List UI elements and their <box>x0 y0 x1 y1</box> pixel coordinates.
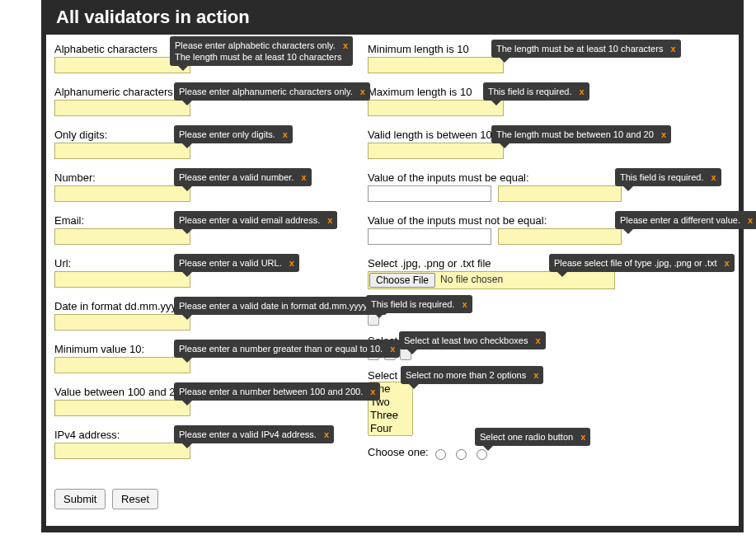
field-required: This field is required: This field is re… <box>368 298 730 328</box>
close-icon[interactable]: x <box>360 87 365 96</box>
tooltip-text: Please enter a valid date in format dd.m… <box>179 301 369 311</box>
field-diff: Value of the inputs must not be equal: P… <box>368 214 730 251</box>
field-checkboxes: Select Select at least two checkboxes x <box>368 335 730 363</box>
input-date[interactable] <box>54 314 190 331</box>
close-icon[interactable]: x <box>535 335 540 345</box>
tooltip-checkboxes: Select at least two checkboxes x <box>399 331 546 349</box>
field-rangelen: Valid length is between 10 and 20 The le… <box>368 129 730 165</box>
field-equal: Value of the inputs must be equal: This … <box>368 171 730 208</box>
tooltip-number: Please enter a valid number. x <box>174 168 312 186</box>
close-icon[interactable]: x <box>370 387 375 396</box>
option-four[interactable]: Four <box>369 422 412 435</box>
close-icon[interactable]: x <box>327 215 332 225</box>
tooltip-minvalue: Please enter a number greater than or eq… <box>174 340 400 358</box>
left-column: Alphabetic characters Please enter alpha… <box>54 43 368 477</box>
input-minlen[interactable] <box>368 57 504 73</box>
tooltip-text: Please enter alphanumeric characters onl… <box>179 87 353 96</box>
tooltip-radio: Select one radio button x <box>475 428 590 446</box>
tooltip-text: Please enter a valid IPv4 address. <box>179 429 317 439</box>
tooltip-text: The length must be at least 10 character… <box>496 44 663 54</box>
tooltip-text: This field is required. <box>488 87 572 96</box>
close-icon[interactable]: x <box>301 172 306 182</box>
tooltip-text: Please enter a number between 100 and 20… <box>179 387 363 396</box>
close-icon[interactable]: x <box>580 87 585 96</box>
right-column: Minimum length is 10 The length must be … <box>368 43 730 477</box>
tooltip-text: Please enter a valid email address. <box>179 215 320 225</box>
close-icon[interactable]: x <box>289 258 294 268</box>
tooltip-url: Please enter a valid URL. x <box>174 254 299 272</box>
field-ipv4: IPv4 address: Please enter a valid IPv4 … <box>54 429 368 465</box>
field-maxlen: Maximum length is 10 This field is requi… <box>368 86 730 122</box>
input-equal-a[interactable] <box>368 185 491 202</box>
field-radio: Choose one: Select one radio button x <box>368 446 730 471</box>
input-diff-a[interactable] <box>368 228 491 245</box>
tooltip-date: Please enter a valid date in format dd.m… <box>174 297 387 315</box>
reset-button[interactable]: Reset <box>112 489 158 509</box>
tooltip-text: Please enter a different value. <box>620 215 740 225</box>
input-number[interactable] <box>54 185 190 202</box>
input-diff-b[interactable] <box>498 228 622 245</box>
close-icon[interactable]: x <box>580 432 585 442</box>
tooltip-required: This field is required. x <box>366 295 472 313</box>
close-icon[interactable]: x <box>324 429 329 439</box>
close-icon[interactable]: x <box>725 258 730 268</box>
field-email: Email: Please enter a valid email addres… <box>54 214 368 251</box>
tooltip-alphanumeric: Please enter alphanumeric characters onl… <box>174 82 370 101</box>
option-three[interactable]: Three <box>369 409 412 422</box>
tooltip-diff: Please enter a different value. x <box>615 211 756 229</box>
close-icon[interactable]: x <box>390 344 395 354</box>
tooltip-text: Select one radio button <box>480 432 573 442</box>
tooltip-text: Please enter only digits. <box>179 129 275 139</box>
close-icon[interactable]: x <box>711 172 716 182</box>
tooltip-alphabetic: Please enter alphabetic characters only.… <box>170 36 353 66</box>
input-between[interactable] <box>54 400 190 416</box>
tooltip-text: Please enter a number greater than or eq… <box>179 344 383 354</box>
field-digits: Only digits: Please enter only digits. x <box>54 129 368 165</box>
close-icon[interactable]: x <box>283 129 288 139</box>
input-rangelen[interactable] <box>368 143 504 159</box>
tooltip-text-2: The length must be at least 10 character… <box>175 52 341 62</box>
tooltip-text: Please enter a valid URL. <box>179 258 282 268</box>
no-file-chosen-text: No file chosen <box>436 272 507 288</box>
close-icon[interactable]: x <box>661 129 666 139</box>
input-maxlen[interactable] <box>368 100 504 116</box>
close-icon[interactable]: x <box>343 40 348 50</box>
submit-button[interactable]: Submit <box>54 489 106 509</box>
input-url[interactable] <box>54 271 190 288</box>
tooltip-file: Please select file of type .jpg, .png or… <box>549 254 735 272</box>
file-input[interactable]: Choose File No file chosen <box>368 271 615 289</box>
tooltip-multiselect: Select no more than 2 options x <box>401 366 543 384</box>
choose-file-button[interactable]: Choose File <box>369 273 435 288</box>
radio-1[interactable] <box>435 449 446 460</box>
field-number: Number: Please enter a valid number. x <box>54 171 368 208</box>
button-row: Submit Reset <box>54 489 739 509</box>
tooltip-minlen: The length must be at least 10 character… <box>491 40 681 58</box>
tooltip-ipv4: Please enter a valid IPv4 address. x <box>174 425 334 443</box>
close-icon[interactable]: x <box>463 299 467 309</box>
close-icon[interactable]: x <box>670 44 675 54</box>
input-equal-b[interactable] <box>498 185 622 202</box>
tooltip-text: Please enter a valid number. <box>179 172 293 182</box>
field-date: Date in format dd.mm.yyyy Please enter a… <box>54 300 368 336</box>
label-multiselect: Select <box>368 369 397 382</box>
close-icon[interactable]: x <box>533 370 538 380</box>
tooltip-text: Please select file of type .jpg, .png or… <box>554 258 717 268</box>
field-file: Select .jpg, .png or .txt file Choose Fi… <box>368 257 730 292</box>
input-email[interactable] <box>54 228 190 245</box>
page-title: All validators in action <box>41 0 744 35</box>
tooltip-text: Select no more than 2 options <box>406 370 526 380</box>
tooltip-digits: Please enter only digits. x <box>174 125 293 143</box>
label-radio: Choose one: <box>368 446 429 458</box>
input-ipv4[interactable] <box>54 443 190 459</box>
field-alphanumeric: Alphanumeric characters Please enter alp… <box>54 86 368 122</box>
input-digits[interactable] <box>54 143 190 159</box>
tooltip-text: The length must be between 10 and 20 <box>496 129 654 139</box>
tooltip-maxlen: This field is required. x <box>483 82 589 101</box>
close-icon[interactable]: x <box>748 215 753 225</box>
tooltip-between: Please enter a number between 100 and 20… <box>174 382 380 401</box>
tooltip-text: This field is required. <box>620 172 704 182</box>
radio-2[interactable] <box>456 449 467 460</box>
input-minvalue[interactable] <box>54 357 190 373</box>
tooltip-equal: This field is required. x <box>615 168 721 186</box>
input-alphanumeric[interactable] <box>54 100 190 116</box>
